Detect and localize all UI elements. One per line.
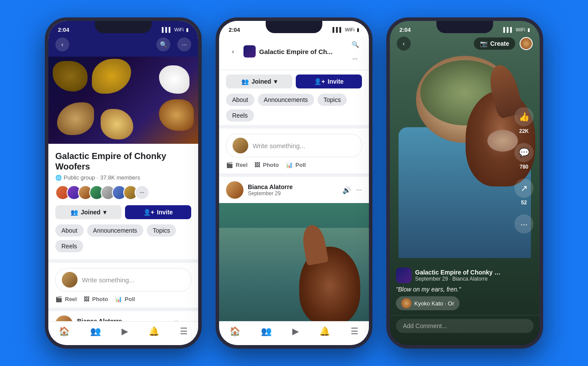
nav-bell-1[interactable]: 🔔	[149, 326, 159, 336]
share-icon-3: ↗	[514, 179, 534, 198]
post-composer-2: Write something... 🎬 Reel 🖼 Photo 📊 Poll	[219, 129, 369, 173]
share-action-3[interactable]: ↗ 52	[514, 179, 534, 206]
action-buttons-2: 👥 Joined ▾ 👤+ Invite	[226, 75, 362, 88]
bottom-nav-2: 🏠 👥 ▶ 🔔 ☰	[219, 321, 369, 345]
post-avatar-2	[226, 181, 243, 199]
composer-avatar-2	[233, 138, 248, 153]
video-right-actions-3: 👍 22K 💬 780 ↗ 52 ···	[514, 107, 534, 234]
poll-action-2[interactable]: 📊 Poll	[286, 162, 306, 168]
photo-action-1[interactable]: 🖼 Photo	[84, 296, 108, 302]
video-comment-tag-3[interactable]: Kyoko Kato · Or	[396, 296, 460, 310]
tab-announcements-1[interactable]: Announcements	[87, 224, 143, 237]
joined-icon-2: 👥	[241, 78, 249, 85]
chevron-icon-1: ▾	[103, 209, 106, 216]
group-icon-2	[243, 45, 256, 58]
nav-bell-2[interactable]: 🔔	[319, 326, 330, 336]
like-action-3[interactable]: 👍 22K	[514, 107, 534, 134]
invite-label-1: Invite	[157, 209, 173, 216]
tab-topics-1[interactable]: Topics	[147, 224, 176, 237]
group-meta-1: 🌐 Public group · 37.8K members	[55, 174, 191, 181]
group-type: Public group	[64, 174, 95, 181]
reel-label-2: Reel	[236, 162, 247, 168]
create-button-3[interactable]: 📷 Create	[474, 37, 515, 50]
joined-button-1[interactable]: 👥 Joined ▾	[55, 205, 122, 219]
poll-icon-2: 📊	[286, 162, 293, 168]
post-date-2: September 29	[248, 190, 293, 197]
poll-action-1[interactable]: 📊 Poll	[115, 296, 135, 302]
reel-action-1[interactable]: 🎬 Reel	[55, 296, 77, 302]
camera-icon-3: 📷	[480, 40, 487, 47]
composer-row-1[interactable]: Write something...	[55, 268, 191, 291]
back-button-3[interactable]: ‹	[397, 37, 411, 51]
avatar-more: ···	[135, 185, 149, 200]
invite-button-2[interactable]: 👤+ Invite	[296, 75, 362, 88]
search-button-1[interactable]: 🔍	[156, 37, 170, 51]
composer-actions-1: 🎬 Reel 🖼 Photo 📊 Poll	[55, 296, 191, 302]
chevron-icon-2: ▾	[274, 78, 277, 85]
composer-avatar-1	[62, 272, 78, 288]
video-group-info-3: Galactic Empire of Chonky Woof... Septem…	[415, 269, 502, 282]
nav-menu-2[interactable]: ☰	[351, 326, 358, 336]
comment-icon-3: 💬	[514, 143, 534, 162]
more-button-2[interactable]: ···	[348, 51, 362, 65]
group-info-1: Galactic Empire of Chonky Woofers 🌐 Publ…	[48, 144, 198, 259]
create-label-3: Create	[490, 40, 509, 47]
user-avatar-3[interactable]	[520, 37, 533, 50]
status-bar-2: 2:04 ▌▌▌ WiFi ▮	[219, 21, 369, 37]
nav-groups-2[interactable]: 👥	[261, 326, 272, 336]
tab-about-2[interactable]: About	[226, 94, 254, 106]
invite-label-2: Invite	[328, 78, 344, 85]
nav-groups-1[interactable]: 👥	[90, 326, 101, 336]
video-group-row-3: Galactic Empire of Chonky Woof... Septem…	[396, 268, 503, 283]
back-button-1[interactable]: ‹	[55, 37, 69, 51]
phone-2: 2:04 ▌▌▌ WiFi ▮ ‹ Galactic Empire of Ch.…	[216, 17, 372, 349]
dog-snout-3	[487, 130, 518, 152]
joined-button-2[interactable]: 👥 Joined ▾	[226, 75, 292, 88]
more-post-icon-2[interactable]: ···	[356, 186, 362, 194]
animal-blob-1	[53, 61, 88, 92]
nav-home-1[interactable]: 🏠	[59, 326, 70, 336]
nav-video-2[interactable]: ▶	[292, 326, 299, 336]
sound-icon-2[interactable]: 🔊	[342, 186, 351, 194]
tab-pills-1: About Announcements Topics Reels	[55, 224, 191, 252]
video-group-avatar-3[interactable]	[396, 268, 412, 283]
nav-video-1[interactable]: ▶	[122, 326, 128, 336]
top-right-actions-3: 📷 Create	[474, 37, 533, 50]
tab-about-1[interactable]: About	[55, 224, 84, 237]
invite-icon-2: 👤+	[314, 78, 325, 85]
nav-home-2[interactable]: 🏠	[230, 326, 240, 336]
post-composer-1: Write something... 🎬 Reel 🖼 Photo 📊 Poll	[48, 263, 198, 308]
joined-label-1: Joined	[81, 209, 100, 216]
tab-announcements-2[interactable]: Announcements	[258, 94, 314, 106]
nav-menu-1[interactable]: ☰	[180, 326, 188, 336]
composer-row-2[interactable]: Write something...	[226, 134, 362, 157]
tab-reels-2[interactable]: Reels	[226, 109, 254, 122]
tab-reels-1[interactable]: Reels	[55, 240, 83, 252]
dot-separator: ·	[97, 174, 98, 181]
battery-icon-2: ▮	[357, 27, 359, 33]
phone-1: 2:04 ▌▌▌ WiFi ▮ ‹ 🔍 ···	[45, 17, 202, 349]
post-preview-2: Bianca Alatorre September 29 🔊 ···	[219, 177, 369, 345]
photo-action-2[interactable]: 🖼 Photo	[254, 162, 279, 168]
tab-topics-2[interactable]: Topics	[318, 94, 347, 106]
photo-label-1: Photo	[92, 296, 108, 302]
video-comment-bar-3: Add Comment...	[390, 315, 540, 336]
composer-placeholder-2: Write something...	[253, 142, 305, 149]
comment-action-3[interactable]: 💬 780	[514, 143, 534, 170]
back-button-2[interactable]: ‹	[226, 44, 240, 58]
comment-count-3: 780	[520, 164, 528, 170]
composer-placeholder-1: Write something...	[82, 276, 135, 284]
reel-icon-1: 🎬	[55, 296, 62, 302]
comment-input-3[interactable]: Add Comment...	[396, 319, 534, 333]
more-button-1[interactable]: ···	[177, 37, 191, 51]
invite-button-1[interactable]: 👤+ Invite	[125, 205, 191, 219]
reel-action-2[interactable]: 🎬 Reel	[226, 162, 247, 168]
search-button-2[interactable]: 🔍	[348, 37, 362, 51]
animal-blob-4	[57, 102, 94, 135]
composer-actions-2: 🎬 Reel 🖼 Photo 📊 Poll	[226, 162, 362, 168]
header-icons-2: 🔍 ···	[348, 37, 362, 65]
video-group-sub-3: September 29 · Bianca Alatorre	[415, 276, 502, 282]
more-action-3[interactable]: ···	[514, 214, 534, 234]
invite-icon: 👤+	[143, 209, 154, 216]
post-user-info-2: Bianca Alatorre September 29	[248, 183, 293, 197]
